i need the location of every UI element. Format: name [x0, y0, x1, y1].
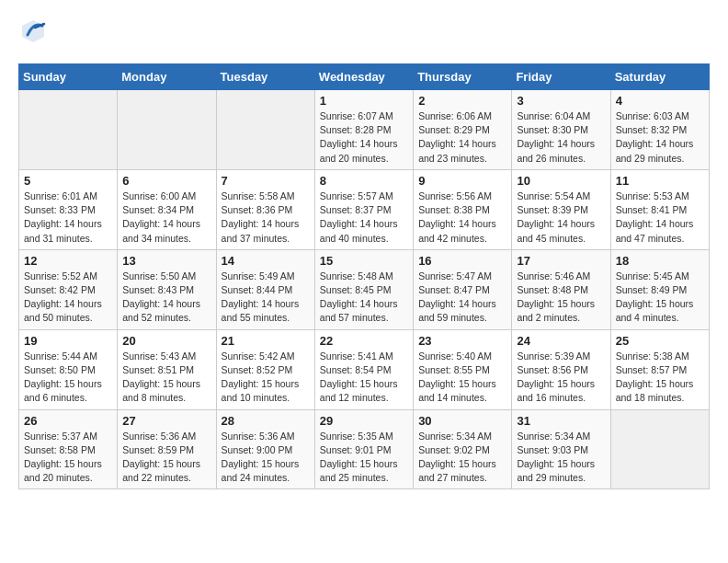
weekday-header-row: SundayMondayTuesdayWednesdayThursdayFrid…	[19, 64, 710, 90]
cell-content: Sunrise: 6:01 AM Sunset: 8:33 PM Dayligh…	[24, 190, 112, 246]
calendar-cell	[19, 90, 118, 170]
calendar-cell: 30Sunrise: 5:34 AM Sunset: 9:02 PM Dayli…	[414, 409, 512, 489]
calendar-cell	[216, 90, 314, 170]
cell-content: Sunrise: 6:07 AM Sunset: 8:28 PM Dayligh…	[320, 109, 408, 166]
calendar-cell: 22Sunrise: 5:41 AM Sunset: 8:54 PM Dayli…	[314, 329, 413, 409]
calendar-table: SundayMondayTuesdayWednesdayThursdayFrid…	[18, 63, 710, 489]
calendar-cell: 11Sunrise: 5:53 AM Sunset: 8:41 PM Dayli…	[610, 169, 709, 249]
calendar-week-row: 12Sunrise: 5:52 AM Sunset: 8:42 PM Dayli…	[19, 249, 710, 329]
day-number: 26	[24, 414, 112, 428]
cell-content: Sunrise: 5:38 AM Sunset: 8:57 PM Dayligh…	[616, 350, 704, 406]
cell-content: Sunrise: 5:50 AM Sunset: 8:43 PM Dayligh…	[122, 270, 210, 326]
calendar-cell	[610, 409, 709, 489]
weekday-header-wednesday: Wednesday	[314, 64, 413, 90]
cell-content: Sunrise: 5:49 AM Sunset: 8:44 PM Dayligh…	[222, 270, 310, 326]
calendar-cell: 27Sunrise: 5:36 AM Sunset: 8:59 PM Dayli…	[118, 409, 216, 489]
calendar-cell: 12Sunrise: 5:52 AM Sunset: 8:42 PM Dayli…	[19, 249, 118, 329]
calendar-cell: 14Sunrise: 5:49 AM Sunset: 8:44 PM Dayli…	[216, 249, 314, 329]
day-number: 11	[616, 174, 704, 188]
cell-content: Sunrise: 5:40 AM Sunset: 8:55 PM Dayligh…	[418, 350, 506, 406]
day-number: 16	[418, 254, 506, 268]
cell-content: Sunrise: 5:48 AM Sunset: 8:45 PM Dayligh…	[320, 270, 408, 326]
svg-marker-0	[22, 20, 44, 42]
weekday-header-saturday: Saturday	[610, 64, 709, 90]
calendar-cell: 13Sunrise: 5:50 AM Sunset: 8:43 PM Dayli…	[118, 249, 216, 329]
page-header	[18, 18, 710, 49]
day-number: 19	[24, 334, 112, 348]
cell-content: Sunrise: 5:47 AM Sunset: 8:47 PM Dayligh…	[418, 270, 506, 326]
day-number: 9	[418, 174, 506, 188]
calendar-cell: 1Sunrise: 6:07 AM Sunset: 8:28 PM Daylig…	[314, 90, 413, 170]
day-number: 22	[320, 334, 408, 348]
day-number: 4	[616, 94, 704, 108]
cell-content: Sunrise: 5:53 AM Sunset: 8:41 PM Dayligh…	[616, 190, 704, 246]
calendar-week-row: 5Sunrise: 6:01 AM Sunset: 8:33 PM Daylig…	[19, 169, 710, 249]
day-number: 24	[517, 334, 605, 348]
weekday-header-sunday: Sunday	[19, 64, 118, 90]
calendar-cell: 10Sunrise: 5:54 AM Sunset: 8:39 PM Dayli…	[512, 169, 610, 249]
day-number: 30	[418, 414, 506, 428]
day-number: 21	[222, 334, 310, 348]
cell-content: Sunrise: 6:03 AM Sunset: 8:32 PM Dayligh…	[616, 109, 704, 166]
cell-content: Sunrise: 6:04 AM Sunset: 8:30 PM Dayligh…	[517, 109, 605, 166]
calendar-week-row: 19Sunrise: 5:44 AM Sunset: 8:50 PM Dayli…	[19, 329, 710, 409]
cell-content: Sunrise: 5:35 AM Sunset: 9:01 PM Dayligh…	[320, 430, 408, 486]
cell-content: Sunrise: 5:43 AM Sunset: 8:51 PM Dayligh…	[122, 350, 210, 406]
cell-content: Sunrise: 5:46 AM Sunset: 8:48 PM Dayligh…	[517, 270, 605, 326]
cell-content: Sunrise: 5:37 AM Sunset: 8:58 PM Dayligh…	[24, 430, 112, 486]
day-number: 17	[517, 254, 605, 268]
day-number: 1	[320, 94, 408, 108]
weekday-header-monday: Monday	[118, 64, 216, 90]
calendar-cell: 7Sunrise: 5:58 AM Sunset: 8:36 PM Daylig…	[216, 169, 314, 249]
weekday-header-thursday: Thursday	[414, 64, 512, 90]
cell-content: Sunrise: 5:42 AM Sunset: 8:52 PM Dayligh…	[222, 350, 310, 406]
cell-content: Sunrise: 5:57 AM Sunset: 8:37 PM Dayligh…	[320, 190, 408, 246]
calendar-cell: 16Sunrise: 5:47 AM Sunset: 8:47 PM Dayli…	[414, 249, 512, 329]
cell-content: Sunrise: 6:06 AM Sunset: 8:29 PM Dayligh…	[418, 109, 506, 166]
logo-icon	[20, 18, 46, 44]
calendar-header: SundayMondayTuesdayWednesdayThursdayFrid…	[19, 64, 710, 90]
calendar-cell: 28Sunrise: 5:36 AM Sunset: 9:00 PM Dayli…	[216, 409, 314, 489]
day-number: 14	[222, 254, 310, 268]
cell-content: Sunrise: 5:34 AM Sunset: 9:03 PM Dayligh…	[517, 430, 605, 486]
day-number: 10	[517, 174, 605, 188]
day-number: 3	[517, 94, 605, 108]
calendar-cell: 2Sunrise: 6:06 AM Sunset: 8:29 PM Daylig…	[414, 90, 512, 170]
cell-content: Sunrise: 5:41 AM Sunset: 8:54 PM Dayligh…	[320, 350, 408, 406]
day-number: 25	[616, 334, 704, 348]
calendar-cell: 6Sunrise: 6:00 AM Sunset: 8:34 PM Daylig…	[118, 169, 216, 249]
cell-content: Sunrise: 6:00 AM Sunset: 8:34 PM Dayligh…	[122, 190, 210, 246]
day-number: 15	[320, 254, 408, 268]
calendar-cell: 4Sunrise: 6:03 AM Sunset: 8:32 PM Daylig…	[610, 90, 709, 170]
calendar-cell: 21Sunrise: 5:42 AM Sunset: 8:52 PM Dayli…	[216, 329, 314, 409]
day-number: 29	[320, 414, 408, 428]
cell-content: Sunrise: 5:36 AM Sunset: 9:00 PM Dayligh…	[222, 430, 310, 486]
day-number: 31	[517, 414, 605, 428]
day-number: 8	[320, 174, 408, 188]
calendar-cell: 31Sunrise: 5:34 AM Sunset: 9:03 PM Dayli…	[512, 409, 610, 489]
calendar-cell: 5Sunrise: 6:01 AM Sunset: 8:33 PM Daylig…	[19, 169, 118, 249]
day-number: 23	[418, 334, 506, 348]
day-number: 18	[616, 254, 704, 268]
cell-content: Sunrise: 5:39 AM Sunset: 8:56 PM Dayligh…	[517, 350, 605, 406]
calendar-week-row: 1Sunrise: 6:07 AM Sunset: 8:28 PM Daylig…	[19, 90, 710, 170]
calendar-cell: 15Sunrise: 5:48 AM Sunset: 8:45 PM Dayli…	[314, 249, 413, 329]
day-number: 2	[418, 94, 506, 108]
cell-content: Sunrise: 5:45 AM Sunset: 8:49 PM Dayligh…	[616, 270, 704, 326]
day-number: 5	[24, 174, 112, 188]
calendar-cell: 19Sunrise: 5:44 AM Sunset: 8:50 PM Dayli…	[19, 329, 118, 409]
calendar-cell: 29Sunrise: 5:35 AM Sunset: 9:01 PM Dayli…	[314, 409, 413, 489]
day-number: 7	[222, 174, 310, 188]
calendar-cell: 26Sunrise: 5:37 AM Sunset: 8:58 PM Dayli…	[19, 409, 118, 489]
calendar-cell	[118, 90, 216, 170]
cell-content: Sunrise: 5:52 AM Sunset: 8:42 PM Dayligh…	[24, 270, 112, 326]
logo	[18, 18, 46, 49]
day-number: 12	[24, 254, 112, 268]
calendar-cell: 23Sunrise: 5:40 AM Sunset: 8:55 PM Dayli…	[414, 329, 512, 409]
day-number: 27	[122, 414, 210, 428]
day-number: 13	[122, 254, 210, 268]
cell-content: Sunrise: 5:58 AM Sunset: 8:36 PM Dayligh…	[222, 190, 310, 246]
calendar-cell: 9Sunrise: 5:56 AM Sunset: 8:38 PM Daylig…	[414, 169, 512, 249]
cell-content: Sunrise: 5:44 AM Sunset: 8:50 PM Dayligh…	[24, 350, 112, 406]
cell-content: Sunrise: 5:34 AM Sunset: 9:02 PM Dayligh…	[418, 430, 506, 486]
